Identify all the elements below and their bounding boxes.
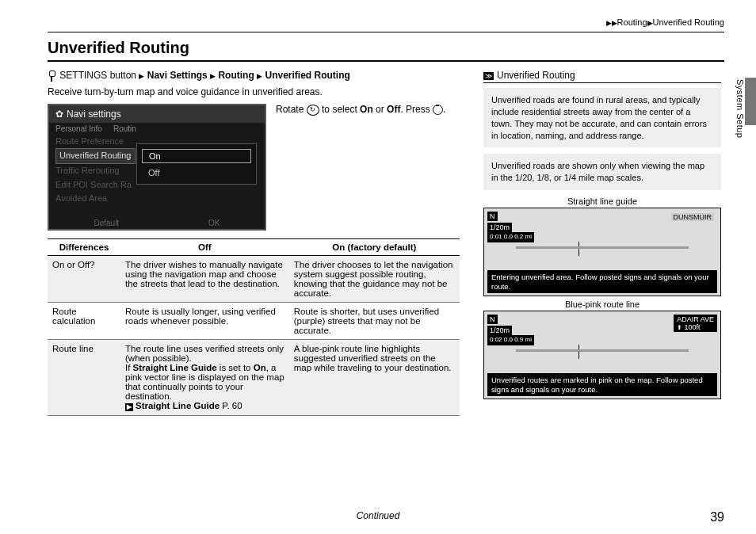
td-off: The driver wishes to manually navigate u… [120,255,289,302]
section-tab: System Setup [735,79,745,138]
txt: On [254,363,266,372]
map-stats: 0:01 0.0 0.2 mi [487,232,534,242]
path-step: Navi Settings [147,70,208,81]
txt: is set to [217,363,254,372]
rotate-knob-icon: ↻ [307,105,319,116]
figure-caption: Straight line guide [483,196,721,206]
breadcrumb-a: Routing [617,17,647,27]
txt: Unverified Routing [497,70,575,81]
instruction-text: Rotate ↻ to select On or Off. Press . [276,104,460,231]
map-message: Entering unverified area. Follow posted … [487,270,717,293]
txt: The route line uses verified streets onl… [125,344,284,363]
triangle-icon: ▶ [647,19,653,27]
map-stats: 0:02 0.0 0.9 mi [487,335,534,345]
breadcrumb: ▶▶Routing▶Unverified Routing [606,17,724,27]
path-step: Routing [218,70,254,81]
device-menu-item-selected: Unverified Routing [55,148,136,164]
north-icon: N [487,212,498,221]
td-off: Route is usually longer, using verified … [120,302,289,339]
td-on: A blue-pink route line highlights sugges… [289,339,460,415]
page-number: 39 [710,510,724,524]
td-label: On or Off? [48,255,120,302]
device-tab: Personal Info [55,124,102,133]
device-title: Navi settings [67,109,121,120]
device-popup: On Off [136,143,257,185]
route-line [516,246,689,249]
press-button-icon [433,105,443,115]
info-box: Unverified roads are shown only when vie… [483,154,721,190]
differences-table: Differences Off On (factory default) On … [48,238,460,416]
note-column: ≫Unverified Routing Unverified roads are… [483,70,721,416]
chevron-icon: ≫ [483,72,494,80]
street-label: DUNSMUIR [671,213,715,221]
txt: P. 60 [220,401,242,410]
main-column: SETTINGS button ▶ Navi Settings ▶ Routin… [48,70,460,416]
gear-icon: ✿ [55,109,63,120]
txt: Straight Line Guide [136,401,220,410]
continued-label: Continued [357,510,400,521]
scale-badge: 1/20m [487,326,512,335]
txt: If [125,363,133,372]
settings-path: SETTINGS button ▶ Navi Settings ▶ Routin… [48,70,460,82]
triangle-icon: ▶ [139,72,144,80]
divider [48,60,724,62]
txt: Straight Line Guide [133,363,217,372]
txt: ADAIR AVE [677,315,714,323]
note-heading: ≫Unverified Routing [483,70,721,83]
map-figure-1: N 1/20m 0:01 0.0 0.2 mi DUNSMUIR Enterin… [483,208,721,296]
path-step: Unverified Routing [265,70,349,81]
td-label: Route calculation [48,302,120,339]
street-label: ADAIR AVE ⬆ 100ft [674,315,717,332]
settings-button-icon [48,71,55,82]
scale-badge: 1/20m [487,223,512,232]
txt: 100ft [684,323,700,331]
device-menu-item: Avoided Area [55,192,258,206]
info-box: Unverified roads are found in rural area… [483,88,721,147]
north-icon: N [487,315,498,324]
txt: or [373,104,387,115]
txt: Off [387,104,400,115]
device-tab: Routin [113,124,136,133]
callout-line [578,345,579,359]
triangle-icon: ▶▶ [606,19,617,27]
popup-option-on: On [142,149,251,163]
device-footer: OK [208,219,220,227]
txt: . [443,104,445,115]
device-screenshot: ✿Navi settings Personal Info Routin Rout… [48,104,266,231]
th-on: On (factory default) [289,238,460,255]
divider [48,32,724,32]
popup-option-off: Off [137,165,256,181]
callout-line [578,242,579,256]
breadcrumb-b: Unverified Routing [653,17,725,27]
intro-text: Receive turn-by-turn map and voice guida… [48,86,460,97]
map-figure-2: N 1/20m 0:02 0.0 0.9 mi ADAIR AVE ⬆ 100f… [483,311,721,399]
cross-reference: ▶Straight Line Guide [125,401,220,410]
figure-caption: Blue-pink route line [483,299,721,309]
route-line [516,349,689,352]
td-on: Route is shorter, but uses unverified (p… [289,302,460,339]
txt: . Press [400,104,433,115]
th-off: Off [120,238,289,255]
path-button: SETTINGS button [59,70,136,81]
map-message: Unverified routes are marked in pink on … [487,373,717,396]
triangle-icon: ▶ [257,72,262,80]
txt: On [360,104,373,115]
triangle-icon: ▶ [210,72,216,80]
th-diff: Differences [48,238,120,255]
td-off: The route line uses verified streets onl… [120,339,289,415]
page-title: Unverified Routing [48,39,724,57]
link-icon: ▶ [125,403,133,411]
device-footer: Default [94,219,119,227]
td-on: The driver chooses to let the navigation… [289,255,460,302]
txt: Rotate [276,104,307,115]
td-label: Route line [48,339,120,415]
txt: to select [319,104,360,115]
